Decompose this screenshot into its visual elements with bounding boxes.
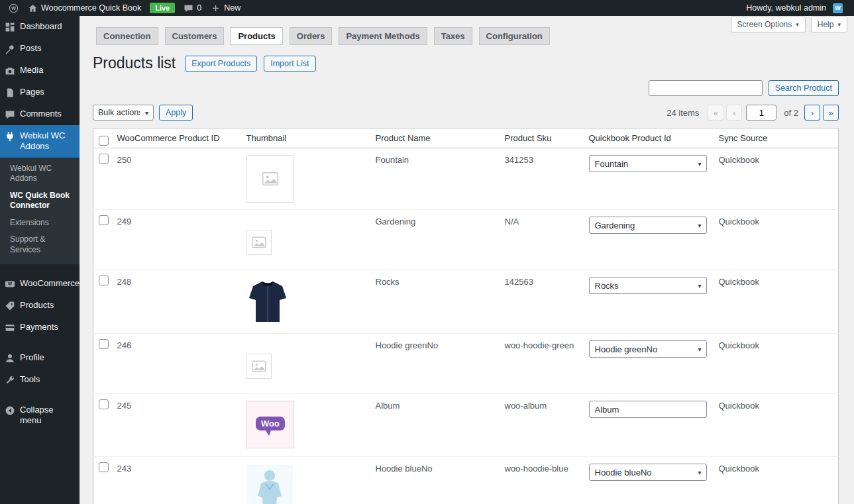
bulk-actions-select[interactable]: Bulk actions	[93, 105, 154, 121]
comments-indicator[interactable]: 0	[179, 0, 206, 16]
products-table: WooCommerce Product ID Thumbnail Product…	[93, 128, 839, 504]
submenu-item-webkul-wc-addons[interactable]: Webkul WC Addons	[0, 160, 80, 187]
table-row: 243 Hoodie blueNo woo-hoodie-blue Hoodie…	[93, 457, 839, 504]
collapse-icon	[5, 405, 15, 416]
quickbook-product-select[interactable]: Gardening	[589, 217, 707, 234]
tab-taxes[interactable]: Taxes	[434, 27, 472, 45]
sidebar-item-label: Pages	[20, 87, 44, 97]
sidebar-item-dashboard[interactable]: Dashboard	[0, 16, 80, 38]
sidebar-item-posts[interactable]: Posts	[0, 38, 80, 60]
submenu-item-extensions[interactable]: Extensions	[0, 215, 80, 232]
table-row: 245 Woo Album woo-album Quickbook	[93, 394, 839, 457]
current-page-input[interactable]	[746, 105, 776, 121]
plus-icon	[211, 3, 221, 13]
pagination: 24 items « ‹ of 2 › »	[667, 105, 839, 121]
sync-source: Quickbook	[712, 457, 839, 504]
quickbook-product-select-wrap: Rocks	[589, 277, 707, 294]
tab-products[interactable]: Products	[231, 27, 282, 45]
camera-icon	[5, 66, 15, 76]
sidebar-item-products[interactable]: Products	[0, 295, 80, 317]
items-count: 24 items	[667, 108, 699, 118]
tab-configuration[interactable]: Configuration	[479, 27, 550, 45]
page-heading-row: Products list Export Products Import Lis…	[93, 54, 854, 72]
product-sku: woo-album	[498, 394, 582, 457]
submenu-item-wc-quick-book-connector[interactable]: WC Quick Book Connector	[0, 187, 80, 215]
menu-separator	[0, 338, 80, 347]
next-page-button[interactable]: ›	[804, 105, 820, 121]
search-product-button[interactable]: Search Product	[769, 80, 839, 96]
apply-button[interactable]: Apply	[159, 105, 193, 121]
search-input[interactable]	[649, 80, 763, 96]
product-id: 250	[111, 148, 240, 210]
product-name: Album	[369, 394, 498, 457]
help-button[interactable]: Help ▾	[811, 17, 847, 32]
screen-options-button[interactable]: Screen Options ▾	[731, 17, 806, 32]
plug-icon	[5, 131, 15, 142]
row-checkbox[interactable]	[99, 339, 109, 349]
tab-orders[interactable]: Orders	[290, 27, 333, 45]
product-sku: 142563	[498, 270, 582, 334]
sidebar-item-payments[interactable]: Payments	[0, 317, 80, 338]
jacket-product-image	[246, 278, 289, 325]
new-label: New	[224, 3, 240, 13]
quickbook-product-select[interactable]: Rocks	[589, 277, 707, 294]
quickbook-product-select-wrap: Fountain	[589, 155, 707, 172]
product-name: Hoodie greenNo	[369, 334, 498, 394]
quickbook-product-select[interactable]: Fountain	[589, 155, 707, 172]
quickbook-product-select[interactable]: Hoodie blueNo	[589, 464, 707, 481]
quickbook-product-select[interactable]: Hoodie greenNo	[589, 340, 707, 358]
import-list-button[interactable]: Import List	[264, 56, 315, 72]
svg-text:W: W	[11, 6, 16, 11]
sidebar-item-webkul-wc-addons[interactable]: Webkul WC Addons	[0, 125, 80, 158]
sidebar-item-label: Dashboard	[20, 21, 62, 32]
my-account-menu[interactable]: Howdy, webkul admin W	[741, 0, 847, 16]
page-icon	[5, 87, 15, 98]
image-placeholder-icon	[246, 155, 294, 203]
page-title: Products list	[93, 54, 176, 72]
quickbook-product-select-wrap: Hoodie blueNo	[589, 464, 707, 481]
export-products-button[interactable]: Export Products	[185, 56, 257, 72]
svg-text:W: W	[8, 281, 13, 286]
sync-source: Quickbook	[712, 394, 839, 457]
table-header-row: WooCommerce Product ID Thumbnail Product…	[93, 128, 839, 148]
sidebar-item-woocommerce[interactable]: W WooCommerce	[0, 273, 80, 295]
sidebar-item-media[interactable]: Media	[0, 60, 80, 81]
sidebar-item-tools[interactable]: Tools	[0, 369, 80, 391]
row-checkbox[interactable]	[99, 399, 109, 409]
sidebar-item-label: Media	[20, 65, 43, 76]
sidebar-item-label: Products	[20, 300, 54, 311]
product-sku: woo-hoodie-green	[498, 334, 582, 394]
product-name: Hoodie blueNo	[369, 457, 498, 504]
new-content-menu[interactable]: New	[206, 0, 245, 16]
submenu-item-support-services[interactable]: Support & Services	[0, 231, 80, 258]
user-icon	[5, 353, 15, 364]
menu-separator	[0, 391, 80, 399]
sidebar-item-profile[interactable]: Profile	[0, 347, 80, 369]
tab-payment-methods[interactable]: Payment Methods	[339, 27, 427, 45]
card-icon	[5, 323, 15, 333]
product-name: Gardening	[369, 210, 498, 270]
quickbook-product-cell: Hoodie blueNo	[582, 457, 712, 504]
site-name-menu[interactable]: Woocommerce Quick Book	[23, 0, 146, 16]
prev-page-button: ‹	[726, 105, 742, 121]
wordpress-menu[interactable]: W	[4, 0, 23, 16]
sidebar-item-pages[interactable]: Pages	[0, 81, 80, 103]
select-all-checkbox[interactable]	[99, 136, 109, 146]
tab-connection[interactable]: Connection	[96, 27, 158, 45]
sidebar-item-comments[interactable]: Comments	[0, 103, 80, 125]
last-page-button[interactable]: »	[823, 105, 839, 121]
tab-customers[interactable]: Customers	[165, 27, 225, 45]
product-name: Rocks	[369, 270, 498, 334]
row-checkbox[interactable]	[99, 154, 109, 164]
howdy-text: Howdy, webkul admin	[746, 3, 826, 13]
quickbook-product-input[interactable]	[589, 401, 707, 418]
row-checkbox[interactable]	[99, 215, 109, 225]
row-checkbox[interactable]	[99, 462, 109, 472]
product-sku: N/A	[498, 210, 582, 270]
column-sync-source: Sync Source	[712, 128, 839, 148]
sidebar-item-collapse-menu[interactable]: Collapse menu	[0, 399, 80, 432]
row-checkbox[interactable]	[99, 276, 109, 285]
column-product-name: Product Name	[369, 128, 498, 148]
sync-source: Quickbook	[712, 148, 839, 210]
screen-options-label: Screen Options	[737, 20, 792, 29]
